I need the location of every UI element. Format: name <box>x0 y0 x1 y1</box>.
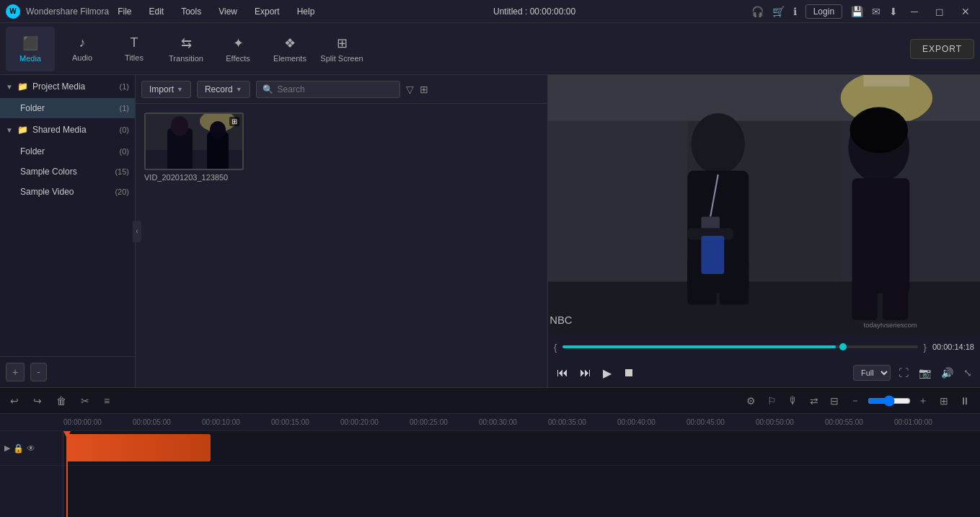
toolbar-elements[interactable]: ❖ Elements <box>265 27 314 71</box>
delete-button[interactable]: 🗑 <box>52 393 71 409</box>
sidebar-collapse-button[interactable]: ‹ <box>133 221 141 242</box>
sidebar-item-sample-colors[interactable]: Sample Colors (15) <box>0 162 135 182</box>
timeline-pause-icon[interactable]: ⏸ <box>955 393 974 409</box>
preview-video: NBC todaytvseriescom <box>548 75 980 335</box>
menu-edit[interactable]: Edit <box>146 5 167 18</box>
sidebar: ▼ 📁 Project Media (1) Folder (1) ▼ 📁 Sha… <box>0 75 136 387</box>
filter-icon[interactable]: ▽ <box>406 84 414 95</box>
export-button[interactable]: EXPORT <box>910 39 974 59</box>
undo-button[interactable]: ↩ <box>6 393 23 409</box>
login-button[interactable]: Login <box>805 4 842 19</box>
in-point-bracket[interactable]: { <box>554 342 557 353</box>
step-back-button[interactable]: ⏮ <box>554 363 571 382</box>
remove-folder-button[interactable]: - <box>30 363 47 381</box>
import-button[interactable]: Import ▼ <box>141 81 191 98</box>
svg-rect-25 <box>852 282 878 320</box>
toolbar-transition[interactable]: ⇆ Transition <box>162 27 211 71</box>
toolbar-audio[interactable]: ♪ Audio <box>58 27 107 71</box>
svg-point-4 <box>171 116 188 136</box>
project-media-section: ▼ 📁 Project Media (1) Folder (1) <box>0 75 135 118</box>
progress-track[interactable] <box>562 345 917 348</box>
eye-icon[interactable]: 👁 <box>27 443 35 454</box>
timeline-connect-icon[interactable]: ⇄ <box>805 393 823 409</box>
chevron-down-icon: ▼ <box>6 83 13 91</box>
progress-thumb[interactable] <box>839 343 847 350</box>
volume-button[interactable]: 🔊 <box>939 365 955 381</box>
info-icon[interactable]: ℹ <box>793 6 797 17</box>
zoom-in-button[interactable]: ＋ <box>914 392 932 410</box>
cut-button[interactable]: ✂ <box>76 393 94 409</box>
maximize-button[interactable]: ◻ <box>931 6 948 17</box>
titlebar: W Wondershare Filmora File Edit Tools Vi… <box>0 0 980 23</box>
menu-bar: File Edit Tools View Export Help <box>115 5 317 18</box>
video-clip[interactable] <box>66 434 211 461</box>
time-marker-6: 00:00:30:00 <box>479 418 548 426</box>
timeline-marker-icon[interactable]: ⚐ <box>763 393 781 409</box>
menu-file[interactable]: File <box>115 5 134 18</box>
shared-media-header[interactable]: ▼ 📁 Shared Media (0) <box>0 118 135 141</box>
timeline-area[interactable] <box>63 431 980 517</box>
new-folder-button[interactable]: + <box>6 363 25 381</box>
headset-icon[interactable]: 🎧 <box>751 6 764 17</box>
thumbnail-overlay: ⊞ <box>229 117 239 126</box>
sidebar-item-shared-folder[interactable]: Folder (0) <box>0 141 135 162</box>
save-icon[interactable]: 💾 <box>851 6 863 17</box>
zoom-slider[interactable] <box>868 395 911 407</box>
play-button[interactable]: ▶ <box>600 363 614 383</box>
main-area: ▼ 📁 Project Media (1) Folder (1) ▼ 📁 Sha… <box>0 75 980 387</box>
quality-select[interactable]: Full <box>853 365 891 381</box>
menu-tools[interactable]: Tools <box>178 5 204 18</box>
frame-back-button[interactable]: ⏭ <box>577 363 594 382</box>
search-input[interactable] <box>278 84 394 94</box>
settings-preview-button[interactable]: ⤡ <box>961 365 974 381</box>
total-time: 00:00:14:18 <box>932 343 974 351</box>
minimize-button[interactable]: ─ <box>906 6 922 17</box>
dropdown-arrow-icon: ▼ <box>236 86 242 93</box>
toolbar-effects[interactable]: ✦ Effects <box>213 27 262 71</box>
time-marker-1: 00:00:05:00 <box>133 418 202 426</box>
toolbar-split-screen[interactable]: ⊞ Split Screen <box>317 27 366 71</box>
search-icon: 🔍 <box>262 84 273 94</box>
shared-media-count: (0) <box>120 125 129 134</box>
video-frame: NBC todaytvseriescom <box>548 75 980 335</box>
cart-icon[interactable]: 🛒 <box>772 6 785 17</box>
search-box[interactable]: 🔍 <box>256 81 400 98</box>
sidebar-item-folder[interactable]: Folder (1) <box>0 98 135 118</box>
menu-help[interactable]: Help <box>294 5 318 18</box>
playhead[interactable] <box>66 431 68 517</box>
time-marker-2: 00:00:10:00 <box>202 418 271 426</box>
stop-button[interactable]: ⏹ <box>620 363 637 382</box>
lock-icon[interactable]: 🔒 <box>13 443 24 454</box>
toolbar-media[interactable]: ⬛ Media <box>6 27 55 71</box>
out-point-bracket[interactable]: } <box>924 342 927 353</box>
time-marker-12: 00:01:00:00 <box>894 418 963 426</box>
preview-controls: { } 00:00:14:18 ⏮ ⏭ ▶ ⏹ Full <box>548 335 980 387</box>
playback-left: ⏮ ⏭ ▶ ⏹ <box>554 363 637 383</box>
chevron-down-icon: ▼ <box>6 126 13 134</box>
record-button[interactable]: Record ▼ <box>197 81 250 98</box>
media-content: ⊞ VID_20201203_123850 <box>136 104 547 387</box>
menu-export[interactable]: Export <box>252 5 283 18</box>
timeline-caption-icon[interactable]: ⊟ <box>826 393 843 409</box>
thumbnail-image: ⊞ <box>144 112 244 170</box>
grid-view-icon[interactable]: ⊞ <box>420 84 428 95</box>
timeline-add-button[interactable]: ⊞ <box>935 393 953 409</box>
audio-settings-button[interactable]: ≡ <box>100 393 114 409</box>
fullscreen-preview-button[interactable]: ⛶ <box>896 365 911 381</box>
titlebar-left: W Wondershare Filmora File Edit Tools Vi… <box>6 4 317 19</box>
timeline: ↩ ↪ 🗑 ✂ ≡ ⚙ ⚐ 🎙 ⇄ ⊟ － ＋ ⊞ ⏸ 00:00:00:00 … <box>0 387 980 517</box>
media-thumbnail[interactable]: ⊞ VID_20201203_123850 <box>144 112 245 182</box>
zoom-out-button[interactable]: － <box>846 392 865 410</box>
sidebar-item-sample-video[interactable]: Sample Video (20) <box>0 182 135 202</box>
close-button[interactable]: ✕ <box>957 6 974 17</box>
download-icon[interactable]: ⬇ <box>889 6 898 17</box>
svg-text:NBC: NBC <box>549 314 573 326</box>
menu-view[interactable]: View <box>216 5 240 18</box>
timeline-settings-icon[interactable]: ⚙ <box>742 393 760 409</box>
snapshot-button[interactable]: 📷 <box>917 365 933 381</box>
timeline-voice-icon[interactable]: 🎙 <box>784 393 803 409</box>
redo-button[interactable]: ↪ <box>29 393 46 409</box>
toolbar-titles[interactable]: T Titles <box>110 27 159 71</box>
project-media-header[interactable]: ▼ 📁 Project Media (1) <box>0 75 135 98</box>
mail-icon[interactable]: ✉ <box>872 6 880 17</box>
